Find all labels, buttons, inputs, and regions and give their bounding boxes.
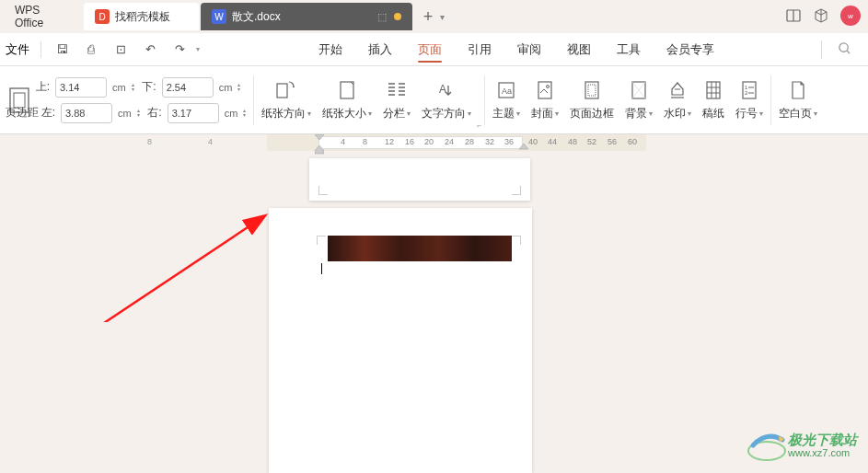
add-tab-button[interactable]: + <box>414 7 442 27</box>
columns-label: 分栏 <box>383 106 405 121</box>
margin-bottom-input[interactable]: 2.54 <box>162 77 214 98</box>
text-direction-label: 文字方向 <box>422 106 466 121</box>
background-label: 背景 <box>625 106 647 121</box>
site-watermark: 极光下载站 www.xz7.com <box>746 427 857 464</box>
indent-marker-bottom[interactable] <box>315 145 324 155</box>
margin-corner <box>317 236 326 245</box>
word-doc-icon: W <box>212 9 226 24</box>
margin-top-value: 3.14 <box>60 82 79 93</box>
tab-start[interactable]: 开始 <box>306 33 355 66</box>
columns-button[interactable]: 分栏▾ <box>377 75 416 125</box>
ruler-tick: 20 <box>424 137 434 146</box>
annotation-arrow <box>94 212 278 322</box>
svg-text:2: 2 <box>745 90 748 96</box>
page-border-icon <box>583 78 601 102</box>
tab-view[interactable]: 视图 <box>554 33 604 66</box>
paper-size-button[interactable]: 纸张大小▾ <box>317 75 377 125</box>
window-layout-icon[interactable] <box>785 7 802 24</box>
file-menu[interactable]: 文件 <box>2 41 33 58</box>
margin-left-input[interactable]: 3.88 <box>61 103 112 123</box>
svg-text:Aa: Aa <box>502 87 512 96</box>
indent-marker-right[interactable] <box>519 144 528 151</box>
tab-page[interactable]: 页面 <box>405 33 455 66</box>
save-icon[interactable]: 🖫 <box>49 37 75 63</box>
chevron-down-icon: ▾ <box>555 110 559 118</box>
tab-template[interactable]: D 找稻壳模板 <box>84 3 199 30</box>
margin-top-input[interactable]: 3.14 <box>55 77 107 98</box>
svg-text:A: A <box>439 83 446 96</box>
margin-corner <box>318 186 328 195</box>
document-image[interactable] <box>328 236 512 261</box>
text-direction-icon: A <box>436 78 457 102</box>
svg-rect-6 <box>277 84 287 98</box>
tab-insert[interactable]: 插入 <box>355 33 405 66</box>
spinner-icon[interactable]: ▴▾ <box>243 109 246 118</box>
print-icon[interactable]: ⎙ <box>78 37 104 63</box>
line-number-button[interactable]: 12 行号▾ <box>730 75 769 125</box>
page-border-button[interactable]: 页面边框 <box>564 75 619 125</box>
orientation-button[interactable]: 纸张方向▾ <box>256 75 317 125</box>
blank-page-button[interactable]: 空白页▾ <box>773 75 823 125</box>
text-cursor <box>321 263 322 274</box>
tab-review[interactable]: 审阅 <box>504 33 554 66</box>
document-canvas[interactable]: 8 4 4 8 12 16 20 24 28 32 36 40 44 48 52… <box>0 134 868 473</box>
separator <box>484 75 485 125</box>
theme-label: 主题 <box>492 106 515 121</box>
tab-menu-dropdown[interactable]: ▾ <box>440 12 445 22</box>
theme-button[interactable]: Aa 主题▾ <box>487 75 526 125</box>
spinner-icon[interactable]: ▴▾ <box>137 109 140 118</box>
preview-icon[interactable]: ⊡ <box>108 37 133 63</box>
menu-bar: 文件 🖫 ⎙ ⊡ ↶ ↷ ▾ 开始 插入 页面 引用 审阅 视图 工具 会员专享 <box>0 33 868 66</box>
tab-app[interactable]: WPS Office <box>4 3 82 30</box>
margin-right-label: 右: <box>145 105 162 121</box>
main-tabs: 开始 插入 页面 引用 审阅 视图 工具 会员专享 <box>306 33 727 66</box>
genko-button[interactable]: 稿纸 <box>697 75 730 125</box>
background-icon <box>630 78 648 102</box>
tab-document[interactable]: W 散文.docx ⬚ <box>201 3 412 30</box>
svg-line-39 <box>98 216 264 322</box>
horizontal-ruler[interactable]: 4 8 12 16 20 24 28 32 36 40 44 48 52 56 … <box>267 134 646 151</box>
margin-bottom-label: 下: <box>140 79 156 95</box>
qat-dropdown[interactable]: ▾ <box>196 45 200 53</box>
background-button[interactable]: 背景▾ <box>619 75 658 125</box>
display-icon[interactable]: ⬚ <box>377 11 387 23</box>
search-icon[interactable] <box>838 41 851 59</box>
tab-reference[interactable]: 引用 <box>455 33 504 66</box>
text-direction-button[interactable]: A 文字方向▾ <box>416 75 477 125</box>
watermark-button[interactable]: 水印▾ <box>658 75 697 125</box>
dialog-launcher-icon[interactable]: ⌐ <box>477 121 481 130</box>
blank-page-label: 空白页 <box>779 106 812 121</box>
paper-size-label: 纸张大小 <box>322 106 366 121</box>
spinner-icon[interactable]: ▴▾ <box>132 83 134 92</box>
tab-tools[interactable]: 工具 <box>604 33 654 66</box>
orientation-icon <box>275 78 297 102</box>
undo-icon[interactable]: ↶ <box>137 37 163 63</box>
watermark-label: 水印 <box>664 106 686 121</box>
ruler-tick: 28 <box>465 137 474 146</box>
margin-right-input[interactable]: 3.17 <box>168 103 219 123</box>
tab-member[interactable]: 会员专享 <box>654 33 727 66</box>
page-border-label: 页面边框 <box>570 106 614 121</box>
chevron-down-icon: ▾ <box>307 110 311 118</box>
watermark-icon <box>667 78 688 102</box>
redo-icon[interactable]: ↷ <box>167 37 192 63</box>
cover-button[interactable]: 封面▾ <box>526 75 564 125</box>
ruler-tick: 12 <box>385 137 394 146</box>
ruler-tick: 16 <box>405 137 414 146</box>
indent-marker-top[interactable] <box>315 134 324 140</box>
ruler-tick: 52 <box>587 137 596 146</box>
ruler-tick: 8 <box>363 137 367 146</box>
separator <box>253 75 254 125</box>
svg-point-2 <box>839 43 848 52</box>
margin-corner <box>512 236 521 245</box>
spinner-icon[interactable]: ▴▾ <box>237 83 240 92</box>
ruler-tick: 48 <box>568 137 577 146</box>
svg-marker-37 <box>519 144 528 149</box>
ribbon: 上: 3.14 cm ▴▾ 下: 2.54 cm ▴▾ 页边距 左: 3.88 … <box>0 66 868 134</box>
margin-left-label: 左: <box>39 105 55 121</box>
user-avatar[interactable]: w <box>840 6 861 26</box>
margin-left-value: 3.88 <box>65 108 85 119</box>
ruler-tick: 4 <box>341 137 345 146</box>
svg-rect-25 <box>707 82 720 98</box>
cube-icon[interactable] <box>813 7 829 24</box>
